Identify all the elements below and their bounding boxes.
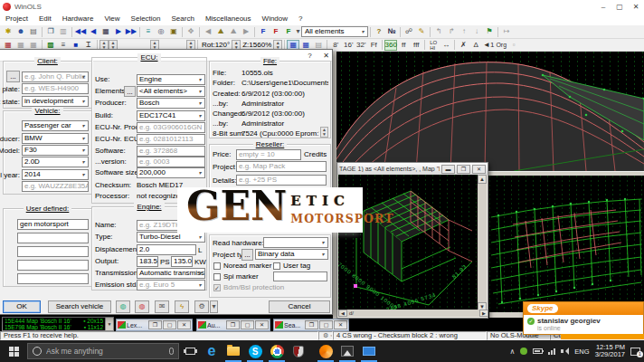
task-view-button[interactable] (179, 340, 201, 362)
maximize-icon[interactable]: ▢ (163, 320, 176, 329)
usertag-checkbox[interactable]: User tag (273, 262, 310, 271)
user-defined-field-3[interactable] (17, 246, 89, 257)
next-diff-icon[interactable]: ▶ (240, 26, 252, 37)
first-element-icon[interactable]: ◀◀ (74, 26, 87, 37)
compare-icon[interactable]: ✥ (185, 26, 197, 37)
search-vehicle-data-button[interactable]: Search vehicle data (48, 300, 111, 313)
file-explorer-button[interactable] (223, 340, 244, 362)
close-icon[interactable]: ✕ (255, 320, 269, 329)
bits-float-icon[interactable]: Ff (367, 40, 380, 51)
web-lookup-button[interactable]: ◍ (116, 300, 130, 313)
menu-hardware[interactable]: Hardware (57, 13, 99, 25)
menu-view[interactable]: View (99, 13, 125, 25)
window-cascade-icon[interactable]: ❐ (44, 26, 57, 37)
goto-icon[interactable]: ↦ (500, 26, 513, 37)
reseller-type-field[interactable]: e.g. Map Pack (236, 161, 327, 172)
scroll-left-icon[interactable]: ◀ (338, 310, 347, 317)
cortana-search[interactable]: Ask me anything (27, 343, 179, 359)
restore-icon[interactable]: ❐ (226, 320, 240, 329)
vehicle-variant-combo[interactable]: 2.0D (22, 157, 89, 167)
transmission-combo[interactable]: Automatic transmission (137, 268, 205, 279)
client-icon[interactable]: ☻ (14, 26, 27, 37)
skype-notification[interactable]: Skype ✓ stanislav georgiev is online (523, 301, 644, 335)
filter-green-icon[interactable]: F (282, 26, 295, 37)
volume-icon[interactable] (561, 348, 569, 355)
photos-button[interactable] (336, 340, 358, 362)
app-titlebar[interactable]: WinOLS – ▢ ✕ (0, 0, 644, 13)
original-icon[interactable]: Org (495, 40, 507, 51)
action-center-icon[interactable]: 1 (630, 348, 640, 356)
vehicle-producer-combo[interactable]: BMW (22, 133, 89, 144)
client-name-combo[interactable]: e.g. John Q. Public (22, 71, 89, 82)
chrome-button[interactable] (266, 340, 288, 362)
restore-icon[interactable]: ❐ (305, 320, 318, 329)
skype-button[interactable]: S (244, 340, 266, 362)
menu-search[interactable]: Search (166, 13, 200, 25)
swap-icon[interactable]: ↔ (440, 40, 452, 51)
element-filter-combo[interactable]: All elements (301, 26, 368, 37)
redo-icon[interactable]: ↱ (445, 26, 458, 37)
remote-desktop-button[interactable] (358, 340, 380, 362)
prev-diff-icon[interactable]: ◀ (202, 26, 214, 37)
tray-green-icon[interactable] (520, 348, 527, 355)
table-view-icon[interactable]: ▦ (99, 26, 112, 37)
user-defined-field-5[interactable] (17, 273, 89, 284)
ecu-elements-combo[interactable]: <All elements> (137, 86, 205, 97)
start-button[interactable] (0, 340, 27, 362)
window-tile-icon[interactable]: ▥ (57, 26, 70, 37)
bdm-checkbox[interactable]: ✓Bdm/Bsl protection (213, 283, 284, 292)
project-type-combo[interactable]: Binary data (255, 249, 328, 260)
menu-selection[interactable]: Selection (126, 13, 166, 25)
delta-icon[interactable]: Δ (469, 40, 482, 51)
map-list[interactable]: 15E444 Map 'Bosch II 16' 20x15 15E798 Ma… (2, 317, 114, 331)
project-type-browse-button[interactable]: ... (242, 249, 253, 261)
close-icon[interactable]: ✕ (472, 165, 486, 174)
output-kw-field[interactable]: 135.0 (171, 256, 193, 267)
bitsum-spinner[interactable]: ▲▼ (320, 127, 328, 138)
antivirus-button[interactable] (288, 340, 309, 362)
map-list-item[interactable]: 15E444 Map 'Bosch II 16' 20x15 (3, 318, 105, 324)
filter-red-icon[interactable]: F (270, 26, 282, 37)
open-folder-icon[interactable]: ▣ (167, 26, 180, 37)
peak-up-icon[interactable]: ⛰ (214, 26, 227, 37)
last-element-icon[interactable]: ▶▶ (125, 26, 137, 37)
bits-16-icon[interactable]: 16' (342, 40, 355, 51)
scroll-up-icon[interactable]: ▲ (478, 175, 487, 184)
scroll-right-icon[interactable]: ▶ (479, 310, 488, 317)
spi-checkbox[interactable]: Spi marker (213, 272, 259, 281)
minimized-window-sea[interactable]: Sea... ❐▢✕ (273, 319, 349, 331)
hex-view-icon[interactable]: ff (397, 40, 410, 51)
network-icon[interactable] (548, 348, 555, 355)
read-hardware-combo[interactable] (263, 237, 328, 248)
bin-view-icon[interactable]: fff (410, 40, 422, 51)
displacement-field[interactable]: 2.0 (137, 244, 196, 255)
ecu-software-field[interactable]: e.g. 372868 (137, 146, 205, 157)
engine-type-combo[interactable]: Turbo-Diesel (137, 232, 205, 243)
help-icon[interactable]: ? (373, 26, 385, 37)
close-icon[interactable]: ✕ (334, 320, 347, 329)
menu-miscellaneous[interactable]: Miscellaneous (200, 13, 257, 25)
ecu-elements-browse-button[interactable]: ... (124, 86, 136, 97)
bookmark-icon[interactable]: ⚑ (483, 26, 496, 37)
lohi-icon[interactable]: LOHI (427, 40, 440, 51)
filter-dropdown-icon[interactable]: ▾ (295, 26, 301, 37)
project-state-combo[interactable]: in development (22, 96, 89, 107)
comment-button[interactable]: ✉ (155, 300, 169, 313)
usertag-field[interactable] (273, 272, 327, 281)
menu-window[interactable]: Window (257, 13, 293, 25)
ecu-nrprod-field[interactable]: e.g. 03G906016GN (137, 122, 205, 133)
next-element-icon[interactable]: ▶ (112, 26, 125, 37)
battery-icon[interactable] (533, 348, 543, 354)
map-window-titlebar[interactable]: TAGE 1) as <All elements>, , Map "Bosc..… (337, 163, 488, 175)
dialog-help-icon[interactable]: ? (303, 51, 317, 61)
ecu-nrecu-field[interactable]: e.g. 0281012113 (137, 134, 205, 145)
web-upload-button[interactable]: ◍ (135, 300, 149, 313)
minimize-icon[interactable]: – (595, 1, 611, 13)
link-icon[interactable]: ☍ (402, 26, 415, 37)
element-list-icon[interactable]: ≡ (142, 26, 155, 37)
ecu-version-field[interactable]: e.g. 0003 (137, 157, 205, 167)
user-defined-field-1[interactable]: gen motorsport (17, 219, 89, 230)
undo-icon[interactable]: ↰ (432, 26, 445, 37)
cancel-button[interactable]: Cancel (269, 300, 330, 313)
selection-frame-icon[interactable]: ▫ (507, 40, 520, 51)
